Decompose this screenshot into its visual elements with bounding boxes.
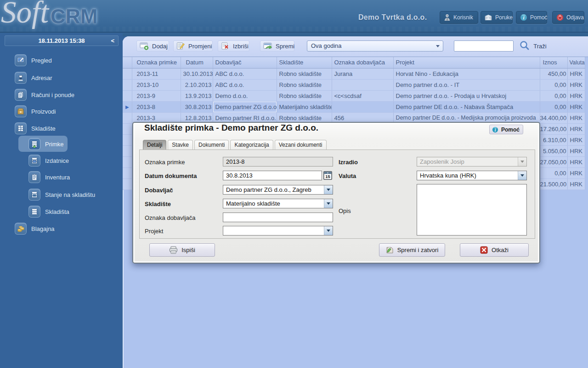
svg-text:i: i [495, 127, 496, 132]
svg-text:15: 15 [325, 174, 330, 179]
